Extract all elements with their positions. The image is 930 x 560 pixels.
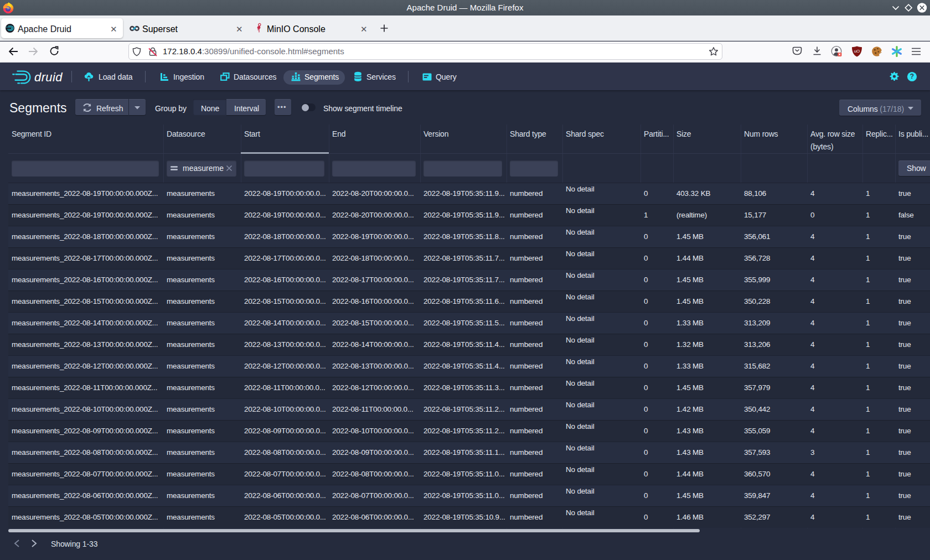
svg-text:?: ? <box>910 72 914 80</box>
svg-text:uO: uO <box>854 49 860 54</box>
